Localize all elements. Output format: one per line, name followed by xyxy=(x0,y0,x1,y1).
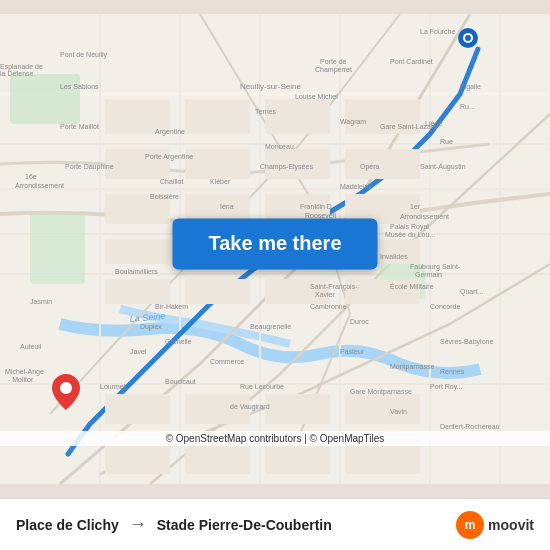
svg-text:Boissière: Boissière xyxy=(150,193,179,200)
svg-text:Gare Montparnasse: Gare Montparnasse xyxy=(350,388,412,396)
destination-pin xyxy=(52,374,80,408)
svg-text:Commerce: Commerce xyxy=(210,358,244,365)
svg-text:Madeleine: Madeleine xyxy=(340,183,372,190)
app: Neuilly-sur-Seine La Fourche Pigalle Rue… xyxy=(0,0,550,550)
route-info: Place de Clichy → Stade Pierre-De-Couber… xyxy=(16,514,456,535)
svg-rect-18 xyxy=(185,99,250,134)
svg-text:Musée du Lou...: Musée du Lou... xyxy=(385,231,435,238)
svg-text:Boulainvilliers: Boulainvilliers xyxy=(115,268,158,275)
svg-text:Franklin D.: Franklin D. xyxy=(300,203,334,210)
origin-pin xyxy=(458,28,478,52)
svg-text:Xavier: Xavier xyxy=(315,291,336,298)
svg-text:Montparnasse: Montparnasse xyxy=(390,363,434,371)
svg-text:Boucicaut: Boucicaut xyxy=(165,378,196,385)
svg-text:Pont Cardinet: Pont Cardinet xyxy=(390,58,433,65)
svg-rect-22 xyxy=(185,149,250,179)
svg-text:Rue Lecourbe: Rue Lecourbe xyxy=(240,383,284,390)
route-arrow-icon: → xyxy=(129,514,147,535)
svg-text:Ru...: Ru... xyxy=(460,103,475,110)
destination-label: Stade Pierre-De-Coubertin xyxy=(157,517,332,533)
svg-text:Denfert-Rochereau: Denfert-Rochereau xyxy=(440,423,500,430)
svg-text:Duroc: Duroc xyxy=(350,318,369,325)
svg-text:Les Sablons: Les Sablons xyxy=(60,83,99,90)
moovit-icon: m xyxy=(456,511,484,539)
svg-text:Palais Royal: Palais Royal xyxy=(390,223,429,231)
svg-text:École Militaire: École Militaire xyxy=(390,282,434,290)
svg-text:Neuilly-sur-Seine: Neuilly-sur-Seine xyxy=(240,82,301,91)
svg-text:Pasteur: Pasteur xyxy=(340,348,365,355)
svg-text:Saint-Augustin: Saint-Augustin xyxy=(420,163,466,171)
svg-rect-33 xyxy=(105,279,170,304)
svg-text:Champerret: Champerret xyxy=(315,66,352,74)
svg-rect-29 xyxy=(105,239,170,264)
svg-text:Quart...: Quart... xyxy=(460,288,483,296)
svg-text:16e: 16e xyxy=(25,173,37,180)
svg-text:Arrondissement: Arrondissement xyxy=(400,213,449,220)
svg-text:- Molitor: - Molitor xyxy=(8,376,34,383)
svg-text:Germain: Germain xyxy=(415,271,442,278)
svg-text:Concorde: Concorde xyxy=(430,303,460,310)
svg-text:Beaugrenelle: Beaugrenelle xyxy=(250,323,291,331)
svg-text:Iéna: Iéna xyxy=(220,203,234,210)
svg-text:Louise Michel: Louise Michel xyxy=(295,93,338,100)
svg-text:Faubourg Saint-: Faubourg Saint- xyxy=(410,263,461,271)
svg-text:Lourmel: Lourmel xyxy=(100,383,126,390)
svg-rect-14 xyxy=(10,74,80,124)
svg-text:Bir-Hakem: Bir-Hakem xyxy=(155,303,188,310)
svg-text:Grenelle: Grenelle xyxy=(165,338,192,345)
svg-text:Jasmin: Jasmin xyxy=(30,298,52,305)
map-attribution: © OpenStreetMap contributors | © OpenMap… xyxy=(0,431,550,446)
svg-point-118 xyxy=(60,382,72,394)
svg-text:Ternes: Ternes xyxy=(255,108,277,115)
origin-label: Place de Clichy xyxy=(16,517,119,533)
svg-text:Cambronne: Cambronne xyxy=(310,303,347,310)
svg-text:Pont de Neuilly: Pont de Neuilly xyxy=(60,51,108,59)
svg-text:Rennes: Rennes xyxy=(440,368,465,375)
svg-text:Argentine: Argentine xyxy=(155,128,185,136)
svg-rect-39 xyxy=(265,394,330,424)
svg-text:la Défense: la Défense xyxy=(0,70,34,77)
svg-text:Liège: Liège xyxy=(425,120,442,128)
svg-text:Chaillot: Chaillot xyxy=(160,178,183,185)
svg-rect-15 xyxy=(30,214,85,284)
svg-text:Porte Argentine: Porte Argentine xyxy=(145,153,193,161)
moovit-logo: m moovit xyxy=(456,511,534,539)
svg-text:Invalides: Invalides xyxy=(380,253,408,260)
map-container: Neuilly-sur-Seine La Fourche Pigalle Rue… xyxy=(0,0,550,498)
svg-text:Sèvres-Babylone: Sèvres-Babylone xyxy=(440,338,493,346)
svg-text:Javel: Javel xyxy=(130,348,147,355)
svg-point-121 xyxy=(465,35,471,41)
svg-rect-19 xyxy=(265,99,330,134)
svg-text:Michel-Ange: Michel-Ange xyxy=(5,368,44,376)
svg-text:Porte Maillot: Porte Maillot xyxy=(60,123,99,130)
svg-text:Port Roy...: Port Roy... xyxy=(430,383,463,391)
svg-rect-34 xyxy=(185,279,250,304)
svg-text:Arrondissement: Arrondissement xyxy=(15,182,64,189)
svg-text:Vavin: Vavin xyxy=(390,408,407,415)
svg-text:Wagram: Wagram xyxy=(340,118,366,126)
svg-rect-40 xyxy=(345,394,420,424)
svg-text:Rue: Rue xyxy=(440,138,453,145)
take-me-there-button[interactable]: Take me there xyxy=(172,218,377,269)
svg-rect-24 xyxy=(345,149,420,179)
svg-text:Monceau: Monceau xyxy=(265,143,294,150)
svg-text:Duplex: Duplex xyxy=(140,323,162,331)
svg-text:Pigalle: Pigalle xyxy=(460,83,481,91)
svg-text:Champs-Elysées: Champs-Elysées xyxy=(260,163,313,171)
svg-text:1er: 1er xyxy=(410,203,421,210)
svg-text:La Fourche: La Fourche xyxy=(420,28,456,35)
svg-text:Kléber: Kléber xyxy=(210,178,231,185)
svg-text:Opéra: Opéra xyxy=(360,163,380,171)
bottom-bar: Place de Clichy → Stade Pierre-De-Couber… xyxy=(0,498,550,550)
svg-text:Porte Dauphine: Porte Dauphine xyxy=(65,163,114,171)
svg-text:Porte de: Porte de xyxy=(320,58,347,65)
svg-text:de Vaugirard: de Vaugirard xyxy=(230,403,270,411)
svg-text:Auteuil: Auteuil xyxy=(20,343,42,350)
moovit-text: moovit xyxy=(488,517,534,533)
svg-text:Saint-François-: Saint-François- xyxy=(310,283,358,291)
svg-rect-37 xyxy=(105,394,170,424)
